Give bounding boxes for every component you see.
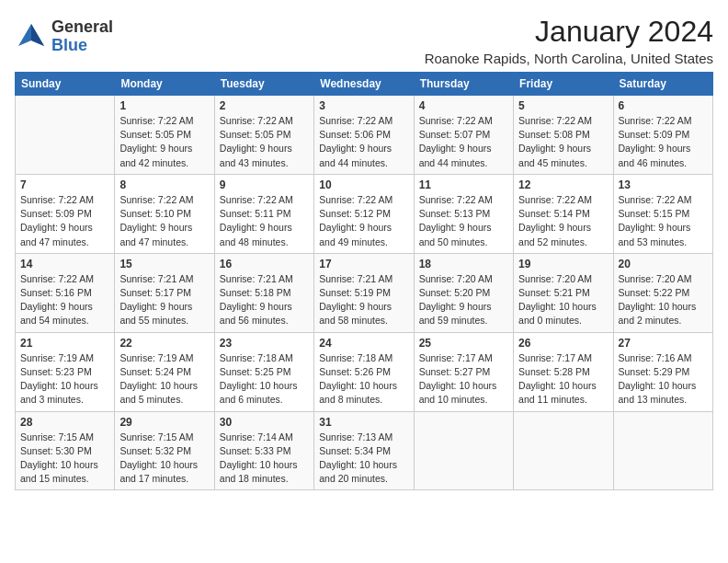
page-header: General Blue January 2024 Roanoke Rapids… [15, 15, 713, 66]
weekday-header: Sunday [16, 73, 115, 96]
day-number: 31 [319, 416, 408, 429]
day-info: Sunrise: 7:21 AM Sunset: 5:19 PM Dayligh… [319, 272, 408, 328]
day-info: Sunrise: 7:14 AM Sunset: 5:33 PM Dayligh… [220, 431, 309, 487]
day-number: 27 [619, 337, 708, 350]
day-info: Sunrise: 7:19 AM Sunset: 5:24 PM Dayligh… [119, 351, 209, 408]
logo-blue: Blue [51, 37, 113, 55]
calendar-cell: 1Sunrise: 7:22 AM Sunset: 5:05 PM Daylig… [115, 96, 214, 175]
day-number: 7 [20, 178, 109, 191]
calendar-cell [514, 411, 613, 490]
calendar-cell [16, 96, 115, 175]
calendar-cell: 15Sunrise: 7:21 AM Sunset: 5:17 PM Dayli… [115, 253, 214, 332]
calendar-week-row: 28Sunrise: 7:15 AM Sunset: 5:30 PM Dayli… [16, 411, 713, 490]
day-number: 25 [419, 337, 508, 350]
weekday-header: Saturday [613, 73, 712, 96]
calendar-cell: 11Sunrise: 7:22 AM Sunset: 5:13 PM Dayli… [414, 174, 513, 253]
day-number: 1 [119, 99, 209, 112]
day-number: 22 [119, 337, 209, 350]
calendar-cell: 3Sunrise: 7:22 AM Sunset: 5:06 PM Daylig… [314, 96, 414, 175]
calendar-cell: 14Sunrise: 7:22 AM Sunset: 5:16 PM Dayli… [16, 253, 115, 332]
day-number: 29 [119, 416, 209, 429]
calendar-cell [613, 411, 712, 490]
day-info: Sunrise: 7:22 AM Sunset: 5:11 PM Dayligh… [220, 193, 309, 249]
calendar-cell: 6Sunrise: 7:22 AM Sunset: 5:09 PM Daylig… [613, 96, 712, 175]
day-number: 10 [319, 178, 408, 191]
day-number: 4 [419, 99, 508, 112]
day-number: 17 [319, 258, 408, 270]
day-info: Sunrise: 7:22 AM Sunset: 5:08 PM Dayligh… [518, 114, 608, 170]
calendar-cell: 13Sunrise: 7:22 AM Sunset: 5:15 PM Dayli… [613, 174, 712, 253]
day-number: 18 [419, 258, 508, 270]
day-number: 3 [319, 99, 408, 112]
day-info: Sunrise: 7:22 AM Sunset: 5:15 PM Dayligh… [619, 193, 708, 249]
day-info: Sunrise: 7:16 AM Sunset: 5:29 PM Dayligh… [619, 351, 708, 408]
day-info: Sunrise: 7:22 AM Sunset: 5:05 PM Dayligh… [220, 114, 309, 170]
day-number: 26 [518, 337, 608, 350]
day-info: Sunrise: 7:22 AM Sunset: 5:09 PM Dayligh… [20, 193, 109, 249]
calendar-cell: 24Sunrise: 7:18 AM Sunset: 5:26 PM Dayli… [314, 332, 414, 411]
weekday-header: Thursday [414, 73, 513, 96]
calendar-cell: 10Sunrise: 7:22 AM Sunset: 5:12 PM Dayli… [314, 174, 414, 253]
weekday-header: Friday [514, 73, 613, 96]
day-info: Sunrise: 7:20 AM Sunset: 5:21 PM Dayligh… [518, 272, 608, 328]
title-block: January 2024 Roanoke Rapids, North Carol… [425, 15, 713, 66]
calendar-cell: 17Sunrise: 7:21 AM Sunset: 5:19 PM Dayli… [314, 253, 414, 332]
day-number: 16 [220, 258, 309, 270]
calendar-cell: 30Sunrise: 7:14 AM Sunset: 5:33 PM Dayli… [214, 411, 313, 490]
month-title: January 2024 [425, 15, 713, 49]
logo-text: General Blue [51, 18, 113, 55]
calendar-cell: 29Sunrise: 7:15 AM Sunset: 5:32 PM Dayli… [115, 411, 214, 490]
calendar-cell: 31Sunrise: 7:13 AM Sunset: 5:34 PM Dayli… [314, 411, 414, 490]
day-info: Sunrise: 7:18 AM Sunset: 5:26 PM Dayligh… [319, 351, 408, 408]
day-number: 30 [220, 416, 309, 429]
day-info: Sunrise: 7:22 AM Sunset: 5:09 PM Dayligh… [619, 114, 708, 170]
day-number: 14 [20, 258, 109, 270]
day-number: 23 [220, 337, 309, 350]
day-info: Sunrise: 7:21 AM Sunset: 5:17 PM Dayligh… [119, 272, 209, 328]
calendar-cell: 4Sunrise: 7:22 AM Sunset: 5:07 PM Daylig… [414, 96, 513, 175]
calendar-table: SundayMondayTuesdayWednesdayThursdayFrid… [15, 72, 713, 490]
calendar-week-row: 1Sunrise: 7:22 AM Sunset: 5:05 PM Daylig… [16, 96, 713, 175]
weekday-header: Monday [115, 73, 214, 96]
day-number: 9 [220, 178, 309, 191]
location-title: Roanoke Rapids, North Carolina, United S… [425, 51, 713, 66]
calendar-body: 1Sunrise: 7:22 AM Sunset: 5:05 PM Daylig… [16, 96, 713, 490]
day-info: Sunrise: 7:19 AM Sunset: 5:23 PM Dayligh… [20, 351, 109, 408]
day-number: 20 [619, 258, 708, 270]
calendar-cell: 18Sunrise: 7:20 AM Sunset: 5:20 PM Dayli… [414, 253, 513, 332]
calendar-cell: 25Sunrise: 7:17 AM Sunset: 5:27 PM Dayli… [414, 332, 513, 411]
calendar-cell: 27Sunrise: 7:16 AM Sunset: 5:29 PM Dayli… [613, 332, 712, 411]
day-number: 28 [20, 416, 109, 429]
day-info: Sunrise: 7:18 AM Sunset: 5:25 PM Dayligh… [220, 351, 309, 408]
day-number: 5 [518, 99, 608, 112]
day-number: 2 [220, 99, 309, 112]
calendar-cell: 16Sunrise: 7:21 AM Sunset: 5:18 PM Dayli… [214, 253, 313, 332]
day-number: 19 [518, 258, 608, 270]
day-info: Sunrise: 7:22 AM Sunset: 5:14 PM Dayligh… [518, 193, 608, 249]
calendar-week-row: 7Sunrise: 7:22 AM Sunset: 5:09 PM Daylig… [16, 174, 713, 253]
calendar-header: SundayMondayTuesdayWednesdayThursdayFrid… [16, 73, 713, 96]
calendar-cell: 28Sunrise: 7:15 AM Sunset: 5:30 PM Dayli… [16, 411, 115, 490]
logo: General Blue [15, 18, 113, 55]
calendar-cell: 8Sunrise: 7:22 AM Sunset: 5:10 PM Daylig… [115, 174, 214, 253]
day-info: Sunrise: 7:22 AM Sunset: 5:06 PM Dayligh… [319, 114, 408, 170]
day-number: 21 [20, 337, 109, 350]
day-number: 15 [119, 258, 209, 270]
calendar-cell: 21Sunrise: 7:19 AM Sunset: 5:23 PM Dayli… [16, 332, 115, 411]
calendar-cell: 5Sunrise: 7:22 AM Sunset: 5:08 PM Daylig… [514, 96, 613, 175]
calendar-cell: 20Sunrise: 7:20 AM Sunset: 5:22 PM Dayli… [613, 253, 712, 332]
day-number: 24 [319, 337, 408, 350]
calendar-cell: 7Sunrise: 7:22 AM Sunset: 5:09 PM Daylig… [16, 174, 115, 253]
day-number: 8 [119, 178, 209, 191]
day-info: Sunrise: 7:22 AM Sunset: 5:10 PM Dayligh… [119, 193, 209, 249]
calendar-week-row: 14Sunrise: 7:22 AM Sunset: 5:16 PM Dayli… [16, 253, 713, 332]
calendar-cell: 26Sunrise: 7:17 AM Sunset: 5:28 PM Dayli… [514, 332, 613, 411]
day-info: Sunrise: 7:22 AM Sunset: 5:07 PM Dayligh… [419, 114, 508, 170]
calendar-cell: 22Sunrise: 7:19 AM Sunset: 5:24 PM Dayli… [115, 332, 214, 411]
day-info: Sunrise: 7:22 AM Sunset: 5:13 PM Dayligh… [419, 193, 508, 249]
day-info: Sunrise: 7:17 AM Sunset: 5:28 PM Dayligh… [518, 351, 608, 408]
day-info: Sunrise: 7:15 AM Sunset: 5:32 PM Dayligh… [119, 431, 209, 487]
calendar-cell: 19Sunrise: 7:20 AM Sunset: 5:21 PM Dayli… [514, 253, 613, 332]
calendar-cell: 9Sunrise: 7:22 AM Sunset: 5:11 PM Daylig… [214, 174, 313, 253]
day-number: 13 [619, 178, 708, 191]
